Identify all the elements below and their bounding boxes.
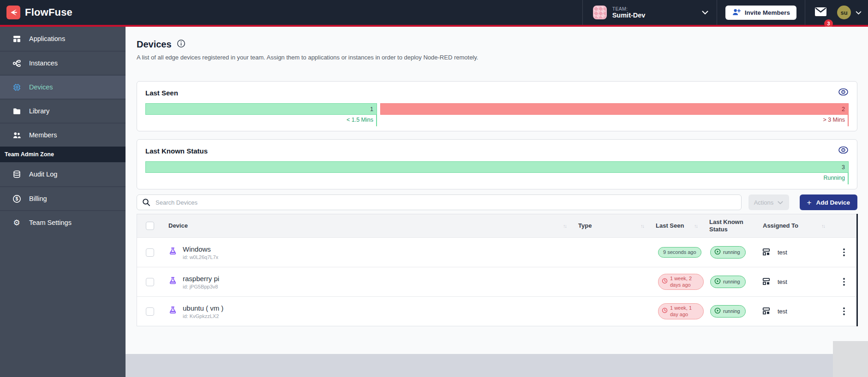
table-row: raspberry pi id: jPG5Bpp3v8 1 week, 2 da… — [137, 267, 857, 296]
devices-table: Device ↑↓ Type ↑↓ Last Seen ↑↓ Last Know… — [137, 214, 857, 326]
dollar-icon: $ — [12, 194, 21, 203]
team-admin-zone-heading: Team Admin Zone — [0, 147, 126, 162]
sort-icon[interactable]: ↑↓ — [563, 223, 566, 229]
bar-segment-recent[interactable]: 1 — [145, 103, 377, 115]
members-icon — [12, 131, 21, 140]
sidebar-item-label: Applications — [29, 35, 65, 42]
row-checkbox[interactable] — [146, 307, 154, 316]
sidebar-item-devices[interactable]: Devices — [0, 75, 126, 99]
sidebar-item-team-settings[interactable]: ⚙ Team Settings — [0, 210, 126, 234]
row-menu-button[interactable] — [840, 246, 848, 259]
status-bar-chart: 3 — [145, 161, 849, 173]
select-all-checkbox[interactable] — [146, 222, 154, 230]
svg-text:$: $ — [15, 196, 18, 201]
header-assigned-to[interactable]: Assigned To ↑↓ — [757, 222, 831, 230]
team-selector[interactable]: TEAM: Sumit-Dev — [583, 0, 717, 25]
actions-button[interactable]: Actions — [748, 194, 789, 210]
devices-chip-icon — [12, 83, 21, 92]
navbar-right: TEAM: Sumit-Dev Invite Members — [582, 0, 862, 25]
device-name[interactable]: ubuntu ( vm ) — [183, 304, 223, 312]
search-input[interactable] — [137, 194, 742, 210]
last-seen-bar-chart: 1 2 — [145, 103, 849, 115]
invite-members-button[interactable]: Invite Members — [725, 6, 796, 20]
table-row: Windows id: w0L26q7L7x 9 seconds ago — [137, 237, 857, 267]
sidebar-item-library[interactable]: Library — [0, 99, 126, 123]
sidebar-item-members[interactable]: Members — [0, 123, 126, 147]
device-id: id: w0L26q7L7x — [183, 254, 218, 260]
bar-segment-running[interactable]: 3 — [145, 161, 849, 173]
sidebar-item-label: Library — [29, 107, 49, 115]
add-device-label: Add Device — [816, 199, 850, 206]
sidebar-item-billing[interactable]: $ Billing — [0, 186, 126, 210]
team-name: Sumit-Dev — [612, 12, 646, 19]
bar-label-running: Running — [145, 173, 849, 184]
header-last-seen[interactable]: Last Seen ↑↓ — [650, 222, 704, 230]
team-avatar — [593, 6, 607, 19]
status-badge: running — [710, 305, 746, 318]
running-icon — [714, 307, 721, 316]
eye-icon — [838, 146, 849, 155]
toggle-visibility-button[interactable] — [838, 146, 849, 155]
header-last-known-status: Last Known Status — [704, 218, 757, 234]
notifications-button[interactable]: 3 — [805, 7, 837, 18]
assigned-to-link[interactable]: test — [778, 278, 787, 285]
gear-icon: ⚙ — [12, 219, 21, 227]
last-seen-card-title: Last Seen — [145, 89, 178, 97]
last-seen-card: Last Seen 1 2 < 1.5 Mins > 3 Mins — [137, 81, 857, 131]
sidebar-item-applications[interactable]: Applications — [0, 27, 126, 51]
top-navbar: FlowFuse TEAM: Sumit-Dev — [0, 0, 868, 25]
sort-icon[interactable]: ↑↓ — [694, 223, 697, 229]
application-icon — [762, 277, 771, 287]
chevron-down-icon — [778, 199, 783, 206]
header-device[interactable]: Device ↑↓ — [163, 222, 573, 230]
row-checkbox[interactable] — [146, 248, 154, 257]
flask-icon — [168, 277, 177, 287]
sidebar: Applications Instances Devices Library — [0, 27, 126, 377]
user-plus-icon — [732, 8, 741, 18]
assigned-to-link[interactable]: test — [778, 308, 787, 315]
last-known-status-card-title: Last Known Status — [145, 147, 208, 155]
sidebar-item-label: Instances — [29, 59, 58, 67]
instances-icon — [12, 59, 21, 68]
last-seen-badge: 9 seconds ago — [658, 247, 701, 258]
plus-icon: + — [807, 199, 812, 206]
toggle-visibility-button[interactable] — [838, 88, 849, 97]
info-icon[interactable] — [177, 39, 186, 50]
application-icon — [762, 306, 771, 317]
clock-icon — [662, 307, 668, 315]
device-name[interactable]: raspberry pi — [183, 275, 219, 283]
row-menu-button[interactable] — [840, 275, 848, 289]
sort-icon[interactable]: ↑↓ — [641, 223, 644, 229]
chevron-down-icon — [856, 8, 862, 17]
page-description: A list of all edge devices registered in… — [137, 54, 857, 61]
bottom-right-widget-placeholder — [833, 341, 868, 377]
user-avatar: su — [837, 6, 851, 19]
header-type[interactable]: Type ↑↓ — [573, 222, 650, 230]
search-icon — [142, 198, 150, 208]
flowfuse-logo[interactable]: FlowFuse — [6, 6, 72, 19]
sidebar-item-label: Team Settings — [29, 219, 72, 226]
bar-segment-stale[interactable]: 2 — [380, 103, 849, 115]
table-header-row: Device ↑↓ Type ↑↓ Last Seen ↑↓ Last Know… — [137, 214, 857, 237]
add-device-button[interactable]: + Add Device — [800, 194, 857, 210]
mail-icon — [814, 7, 827, 18]
running-icon — [714, 248, 721, 257]
user-menu[interactable]: su — [837, 6, 862, 19]
sidebar-item-label: Devices — [29, 83, 53, 91]
sidebar-item-audit-log[interactable]: Audit Log — [0, 162, 126, 186]
device-name[interactable]: Windows — [183, 245, 218, 253]
sort-icon[interactable]: ↑↓ — [821, 223, 825, 229]
bar-label-recent: < 1.5 Mins — [145, 115, 377, 126]
row-checkbox[interactable] — [146, 278, 154, 286]
flowfuse-logo-text: FlowFuse — [25, 6, 72, 18]
invite-wrap: Invite Members — [717, 6, 805, 20]
sidebar-item-instances[interactable]: Instances — [0, 51, 126, 75]
last-seen-badge: 1 week, 2 days ago — [658, 274, 704, 290]
flask-icon — [168, 247, 177, 258]
row-menu-button[interactable] — [840, 305, 848, 318]
table-row: ubuntu ( vm ) id: KvGpkzzLX2 1 week, 1 d… — [137, 296, 857, 326]
flowfuse-logo-icon — [6, 6, 20, 19]
assigned-to-link[interactable]: test — [778, 249, 787, 256]
devices-toolbar: Actions + Add Device — [137, 194, 857, 210]
main-content: Devices A list of all edge devices regis… — [126, 27, 868, 377]
